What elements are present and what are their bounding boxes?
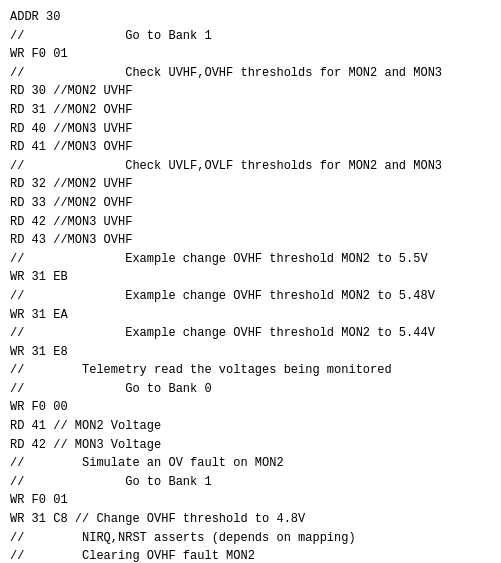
code-line: // NIRQ,NRST asserts (depends on mapping… [10, 529, 491, 548]
code-line: RD 41 //MON3 OVHF [10, 138, 491, 157]
code-line: ADDR 30 [10, 8, 491, 27]
code-line: WR 31 EA [10, 306, 491, 325]
code-line: RD 30 //MON2 UVHF [10, 82, 491, 101]
code-line: WR 31 EB [10, 268, 491, 287]
code-line: WR F0 00 [10, 398, 491, 417]
code-line: // Go to Bank 1 [10, 27, 491, 46]
code-line: WR F0 01 [10, 45, 491, 64]
code-line: RD 40 //MON3 UVHF [10, 120, 491, 139]
code-line: // Go to Bank 1 [10, 473, 491, 492]
code-line: RD 42 //MON3 UVHF [10, 213, 491, 232]
code-line: // Check UVLF,OVLF thresholds for MON2 a… [10, 157, 491, 176]
code-line: // Check UVHF,OVHF thresholds for MON2 a… [10, 64, 491, 83]
code-line: // Example change OVHF threshold MON2 to… [10, 324, 491, 343]
code-line: // Simulate an OV fault on MON2 [10, 454, 491, 473]
code-line: WR 31 E8 [10, 343, 491, 362]
code-line: // Example change OVHF threshold MON2 to… [10, 250, 491, 269]
code-line: WR 31 C8 // Change OVHF threshold to 4.8… [10, 510, 491, 529]
code-line: RD 42 // MON3 Voltage [10, 436, 491, 455]
code-line: RD 32 //MON2 UVHF [10, 175, 491, 194]
code-line: WR F0 01 [10, 491, 491, 510]
code-line: RD 43 //MON3 OVHF [10, 231, 491, 250]
code-line: RD 31 //MON2 OVHF [10, 101, 491, 120]
code-line: RD 41 // MON2 Voltage [10, 417, 491, 436]
code-display: ADDR 30// Go to Bank 1WR F0 01// Check U… [10, 8, 491, 563]
code-line: RD 33 //MON2 OVHF [10, 194, 491, 213]
code-line: // Telemetry read the voltages being mon… [10, 361, 491, 380]
code-line: // Go to Bank 0 [10, 380, 491, 399]
code-line: // Example change OVHF threshold MON2 to… [10, 287, 491, 306]
code-line: // Clearing OVHF fault MON2 [10, 547, 491, 563]
